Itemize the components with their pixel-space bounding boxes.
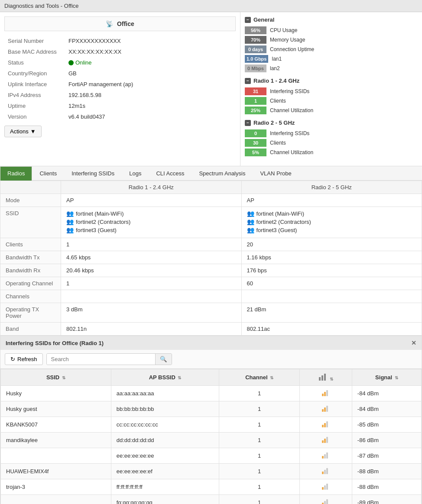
serial-value: FPXXXXXXXXXXXX [65, 36, 236, 46]
lan1-label: lan1 [272, 56, 282, 62]
tab-clients[interactable]: Clients [32, 166, 64, 180]
actions-button[interactable]: Actions ▼ [4, 126, 42, 137]
status-indicator [68, 60, 74, 65]
ssid-table-row: fg:gg:gg:gg:gg1 -89 dBm [1, 495, 422, 504]
r2-clients: 30 Clients [245, 139, 418, 147]
signal-bars-icon [322, 405, 328, 412]
bar1 [322, 456, 324, 459]
bar1 [322, 425, 324, 427]
ssid-item: 👥fortinet3 (Guest) [66, 226, 236, 233]
bssid-col-header: AP BSSID ⇅ [111, 369, 219, 386]
signal-sort-icon[interactable]: ⇅ [395, 375, 398, 380]
country-value: GB [65, 68, 236, 79]
search-button[interactable]: 🔍 [155, 354, 172, 365]
ssid-icon: 👥 [247, 226, 254, 233]
dropdown-chevron-icon: ▼ [30, 128, 36, 135]
row-col2: 60 [241, 277, 422, 290]
memory-bar: 70% [245, 36, 266, 44]
bssid-sort-icon[interactable]: ⇅ [178, 375, 181, 380]
ssid-item: 👥fortinet2 (Contractors) [247, 218, 417, 225]
ssid-item: 👥fortinet (Main-WiFi) [247, 210, 417, 217]
ssid-table-row: mandikayleedd:dd:dd:dd:dd1 -86 dBm [1, 433, 422, 448]
ssid-icon: 👥 [66, 226, 74, 233]
radio2-collapse-icon[interactable]: − [245, 120, 251, 126]
row-col1-ssids: 👥fortinet (Main-WiFi)👥fortinet2 (Contrac… [61, 207, 242, 238]
serial-label: Serial Number [4, 36, 65, 46]
bssid-cell: ee:ee:ee:ee:ef [111, 464, 219, 479]
radio1-collapse-icon[interactable]: − [245, 78, 251, 84]
ssid-table-row: KBANK5007cc:cc:cc:cc:cc:cc1 -85 dBm [1, 417, 422, 433]
cpu-label: CPU Usage [270, 27, 297, 33]
ssid-sort-icon[interactable]: ⇅ [62, 375, 65, 380]
left-panel: 📡 Office Serial Number FPXXXXXXXXXXXX Ba… [0, 12, 240, 166]
bar3 [326, 390, 328, 396]
ssid-item: 👥fortinet (Main-WiFi) [66, 210, 236, 217]
channel-sort-icon[interactable]: ⇅ [270, 375, 273, 380]
uptime-value: 12m1s [65, 100, 236, 111]
bar3 [326, 499, 328, 504]
tab-logs[interactable]: Logs [122, 166, 149, 180]
ssid-table-row: trojan-3ff:ff:ff:ff:ff:ff1 -88 dBm [1, 479, 422, 495]
lan1-bar: 1.0 Gbps [245, 55, 268, 63]
ap-icon: 📡 [106, 20, 113, 27]
connection-bar: 0 days [245, 45, 266, 53]
refresh-button[interactable]: ↻ Refresh [5, 353, 43, 365]
r2-channel: 5% Channel Utilization [245, 149, 418, 156]
row-label: Bandwidth Tx [0, 251, 61, 264]
bar3 [326, 484, 328, 490]
table-row: Operating TX Power3 dBm21 dBm [0, 303, 422, 323]
uptime-label: Uptime [4, 100, 65, 111]
tab-cli-access[interactable]: CLI Access [149, 166, 192, 180]
signal-cell: -87 dBm [352, 448, 421, 464]
radio-table-label-col [0, 181, 61, 194]
ssid-cell [1, 495, 111, 504]
radio1-title: − Radio 1 - 2.4 GHz [245, 78, 418, 84]
r1-clients-bar: 1 [245, 97, 266, 105]
signal-bars-icon [322, 420, 328, 427]
bar1 [322, 440, 324, 443]
general-collapse-icon[interactable]: − [245, 17, 251, 23]
signal-cell: -88 dBm [352, 464, 421, 479]
bar1 [322, 472, 324, 474]
country-label: Country/Region [4, 68, 65, 79]
ssid-cell [1, 448, 111, 464]
radio2-section: − Radio 2 - 5 GHz 0 Interfering SSIDs 30… [245, 120, 418, 156]
ap-name: Office [117, 20, 134, 27]
ssid-item: 👥fortinet2 (Contractors) [66, 218, 236, 225]
bar2 [324, 407, 326, 412]
bar2 [324, 439, 326, 443]
interfering-section: Interfering SSIDs for Office (Radio 1) ✕… [0, 336, 422, 504]
stat-connection: 0 days Connection Uptime [245, 45, 418, 53]
channel-cell: 1 [219, 417, 299, 433]
radio1-col-header: Radio 1 - 2.4 GHz [61, 181, 242, 194]
interfering-toolbar: ↻ Refresh 🔍 [0, 350, 422, 369]
tab-spectrum-analysis[interactable]: Spectrum Analysis [192, 166, 253, 180]
bar2 [324, 392, 326, 396]
r1-interfering-label: Interfering SSIDs [270, 88, 309, 94]
close-button[interactable]: ✕ [411, 339, 416, 346]
ssid-cell: Husky guest [1, 401, 111, 417]
ssid-col-header: SSID ⇅ [1, 369, 111, 386]
bar2 [324, 501, 326, 504]
bssid-cell: aa:aa:aa:aa:aa [111, 386, 219, 401]
signal-bars-icon [322, 498, 328, 504]
bars-cell [299, 479, 352, 495]
bars-sort-icon[interactable]: ⇅ [330, 377, 333, 381]
bar3 [326, 406, 328, 412]
memory-label: Memory Usage [270, 37, 305, 43]
tab-radios[interactable]: Radios [0, 166, 32, 181]
radio1-title-text: Radio 1 - 2.4 GHz [253, 78, 299, 84]
refresh-icon: ↻ [10, 356, 15, 362]
cpu-bar: 56% [245, 26, 266, 34]
tab-vlan-probe[interactable]: VLAN Probe [253, 166, 299, 180]
tab-interfering-ssids[interactable]: Interfering SSIDs [64, 166, 122, 180]
row-label: Operating Channel [0, 277, 61, 290]
search-input[interactable] [47, 354, 155, 365]
ssid-cell: Husky [1, 386, 111, 401]
lan2-bar: 0 Mbps [245, 65, 266, 72]
radio1-section: − Radio 1 - 2.4 GHz 31 Interfering SSIDs… [245, 78, 418, 114]
r2-interfering-bar: 0 [245, 129, 266, 137]
bar2 [324, 423, 326, 427]
bssid-cell: ee:ee:ee:ee:ee [111, 448, 219, 464]
table-row: Operating Channel160 [0, 277, 422, 290]
